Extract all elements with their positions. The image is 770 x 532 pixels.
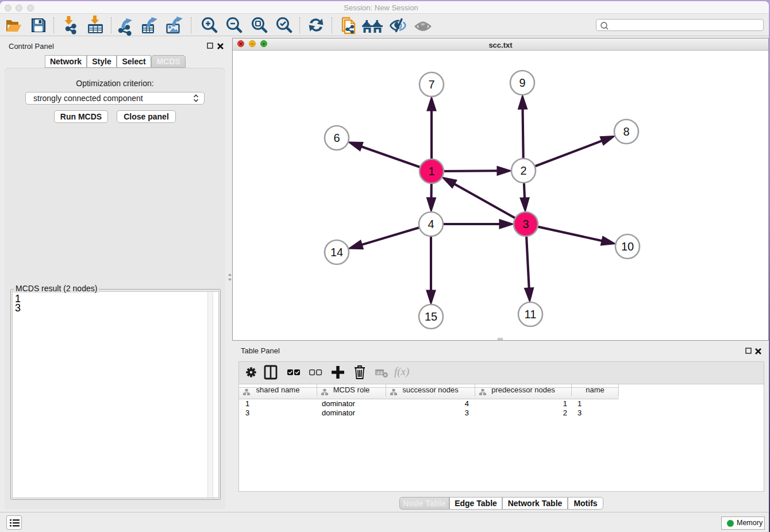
svg-text:2: 2 bbox=[520, 164, 526, 177]
svg-text:15: 15 bbox=[425, 310, 437, 323]
svg-text:7: 7 bbox=[428, 78, 434, 91]
svg-text:9: 9 bbox=[519, 76, 525, 89]
svg-text:14: 14 bbox=[330, 246, 343, 259]
svg-text:4: 4 bbox=[428, 218, 434, 230]
svg-text:10: 10 bbox=[621, 240, 634, 253]
svg-text:8: 8 bbox=[623, 125, 629, 138]
svg-text:11: 11 bbox=[525, 308, 537, 321]
svg-text:1: 1 bbox=[428, 165, 434, 178]
svg-text:3: 3 bbox=[522, 218, 529, 230]
svg-text:6: 6 bbox=[333, 132, 340, 144]
